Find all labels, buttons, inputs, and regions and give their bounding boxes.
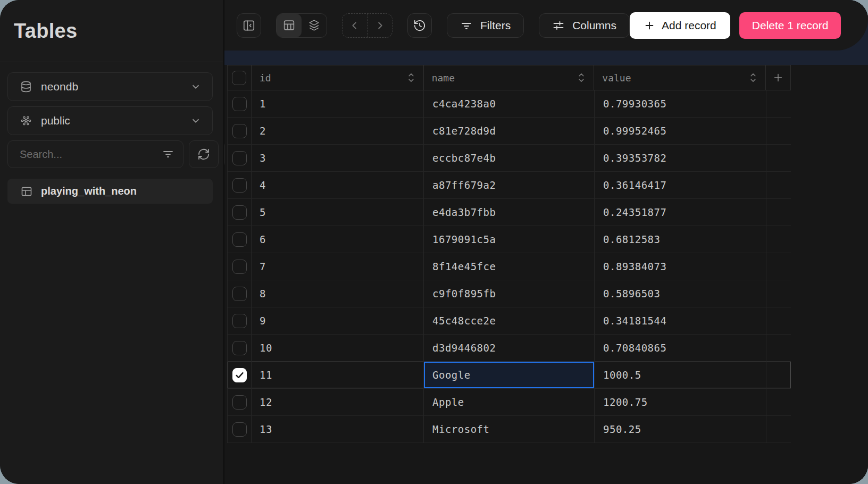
page-nav — [342, 13, 393, 38]
schema-icon — [20, 114, 32, 127]
cell-id[interactable]: 4 — [252, 172, 424, 198]
delete-record-button[interactable]: Delete 1 record — [739, 12, 841, 39]
cell-value[interactable]: 1200.75 — [595, 389, 766, 415]
columns-button[interactable]: Columns — [539, 13, 630, 38]
grid-view-icon — [282, 19, 296, 32]
cell-name[interactable]: 45c48cce2e — [424, 307, 595, 334]
refresh-button[interactable] — [189, 140, 219, 168]
toolbar: Filters Columns Add record Delete 1 reco… — [224, 0, 868, 51]
cell-id[interactable]: 9 — [252, 307, 424, 334]
cell-value[interactable]: 0.39353782 — [595, 145, 766, 171]
cell-value[interactable]: 0.5896503 — [595, 280, 766, 307]
column-header-name[interactable]: name — [424, 65, 595, 90]
cell-name[interactable]: 8f14e45fce — [424, 253, 595, 280]
row-checkbox[interactable] — [232, 232, 247, 247]
cell-id[interactable]: 5 — [252, 199, 424, 226]
row-select-cell[interactable] — [228, 335, 252, 361]
cell-name[interactable]: e4da3b7fbb — [424, 199, 595, 226]
cell-id[interactable]: 6 — [252, 226, 424, 253]
row-select-cell[interactable] — [228, 199, 252, 226]
row-checkbox[interactable] — [232, 422, 247, 437]
row-select-cell[interactable] — [228, 362, 252, 388]
row-checkbox[interactable] — [232, 97, 247, 111]
cell-value[interactable]: 0.34181544 — [595, 307, 766, 334]
cell-name[interactable]: Apple — [424, 389, 595, 415]
row-checkbox[interactable] — [232, 341, 247, 355]
layers-view-toggle[interactable] — [302, 14, 327, 37]
row-checkbox[interactable] — [232, 178, 247, 193]
prev-page-button[interactable] — [343, 14, 367, 37]
schema-selector[interactable]: public — [7, 106, 213, 135]
cell-value[interactable]: 950.25 — [595, 416, 766, 443]
next-page-button[interactable] — [367, 14, 392, 37]
row-checkbox[interactable] — [232, 205, 247, 220]
cell-id[interactable]: 3 — [252, 145, 424, 171]
cell-id[interactable]: 7 — [252, 253, 424, 280]
cell-id[interactable]: 10 — [252, 335, 424, 361]
cell-id[interactable]: 1 — [252, 90, 424, 117]
row-select-cell[interactable] — [228, 416, 252, 443]
row-select-cell[interactable] — [228, 253, 252, 280]
row-select-cell[interactable] — [228, 307, 252, 334]
table-search[interactable] — [7, 140, 183, 168]
cell-id[interactable]: 2 — [252, 118, 424, 144]
cell-name[interactable]: c81e728d9d — [424, 118, 595, 144]
cell-id[interactable]: 12 — [252, 389, 424, 415]
cell-value[interactable]: 0.70840865 — [595, 335, 766, 361]
cell-value[interactable]: 0.6812583 — [595, 226, 766, 253]
table-row: 4a87ff679a20.36146417 — [227, 172, 791, 199]
row-select-cell[interactable] — [228, 172, 252, 198]
cell-id[interactable]: 13 — [252, 416, 424, 443]
search-input[interactable] — [19, 148, 162, 161]
select-all-checkbox[interactable] — [232, 71, 246, 85]
column-header-value[interactable]: value — [594, 65, 766, 90]
select-all-cell[interactable] — [228, 65, 252, 90]
cell-value[interactable]: 0.89384073 — [595, 253, 766, 280]
row-checkbox[interactable] — [232, 124, 247, 138]
collapse-sidebar-button[interactable] — [237, 13, 261, 38]
filters-button[interactable]: Filters — [447, 13, 524, 38]
plus-icon — [644, 20, 655, 31]
row-checkbox[interactable] — [232, 151, 247, 165]
columns-button-label: Columns — [572, 19, 616, 32]
layers-icon — [307, 19, 321, 32]
cell-value[interactable]: 0.79930365 — [595, 90, 766, 117]
cell-name[interactable]: d3d9446802 — [424, 335, 595, 361]
cell-name[interactable]: a87ff679a2 — [424, 172, 595, 198]
cell-id[interactable]: 8 — [252, 280, 424, 307]
row-select-cell[interactable] — [228, 226, 252, 253]
cell-value[interactable]: 0.36146417 — [595, 172, 766, 198]
database-selector[interactable]: neondb — [7, 72, 213, 101]
table-row: 1c4ca4238a00.79930365 — [227, 90, 791, 118]
table-row: 8c9f0f895fb0.5896503 — [227, 280, 791, 307]
row-checkbox[interactable] — [232, 260, 247, 274]
cell-name[interactable]: c4ca4238a0 — [424, 90, 595, 117]
cell-name[interactable]: 1679091c5a — [424, 226, 595, 253]
row-select-cell[interactable] — [228, 145, 252, 171]
cell-value[interactable]: 0.99952465 — [595, 118, 766, 144]
cell-name[interactable]: Microsoft — [424, 416, 595, 443]
column-header-id[interactable]: id — [252, 65, 424, 90]
row-select-cell[interactable] — [228, 280, 252, 307]
view-mode-toggle — [276, 13, 327, 38]
row-checkbox[interactable] — [232, 368, 247, 382]
add-column-button[interactable] — [766, 65, 791, 90]
cell-id[interactable]: 11 — [252, 362, 424, 388]
history-button[interactable] — [407, 13, 432, 38]
table-view-toggle[interactable] — [277, 14, 302, 37]
table-row: 3eccbc87e4b0.39353782 — [227, 145, 791, 172]
row-checkbox[interactable] — [232, 287, 247, 301]
sidebar-item-playing-with-neon[interactable]: playing_with_neon — [7, 179, 213, 204]
row-select-cell[interactable] — [228, 90, 252, 117]
row-checkbox[interactable] — [232, 395, 247, 410]
row-checkbox[interactable] — [232, 314, 247, 328]
cell-value[interactable]: 1000.5 — [595, 362, 766, 388]
add-record-button[interactable]: Add record — [630, 12, 730, 39]
cell-value[interactable]: 0.24351877 — [595, 199, 766, 226]
row-select-cell[interactable] — [228, 389, 252, 415]
row-select-cell[interactable] — [228, 118, 252, 144]
database-selector-value: neondb — [41, 80, 78, 93]
cell-name[interactable]: eccbc87e4b — [424, 145, 595, 171]
cell-name[interactable]: Google — [424, 362, 595, 388]
cell-name[interactable]: c9f0f895fb — [424, 280, 595, 307]
